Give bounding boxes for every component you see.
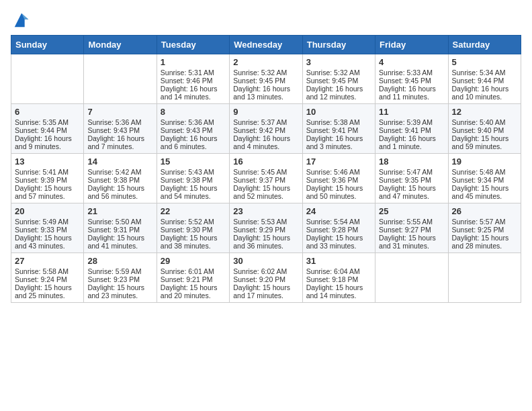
calendar-week-5: 27Sunrise: 5:58 AMSunset: 9:24 PMDayligh… — [11, 253, 521, 303]
sunset-text: Sunset: 9:23 PM — [87, 275, 152, 283]
daylight-text: Daylight: 16 hours and 3 minutes. — [306, 134, 371, 150]
sunset-text: Sunset: 9:27 PM — [379, 226, 444, 234]
daylight-text: Daylight: 15 hours and 17 minutes. — [233, 283, 298, 300]
sunset-text: Sunset: 9:21 PM — [161, 275, 226, 283]
day-number: 29 — [161, 256, 226, 266]
logo-icon — [12, 11, 31, 30]
daylight-text: Daylight: 15 hours and 47 minutes. — [379, 184, 444, 200]
sunrise-text: Sunrise: 5:31 AM — [161, 68, 226, 77]
calendar-cell: 12Sunrise: 5:40 AMSunset: 9:40 PMDayligh… — [448, 104, 521, 154]
day-header-monday: Monday — [84, 36, 157, 54]
daylight-text: Daylight: 15 hours and 43 minutes. — [15, 234, 80, 250]
sunrise-text: Sunrise: 5:43 AM — [161, 168, 226, 176]
day-number: 9 — [233, 107, 298, 117]
calendar-cell: 30Sunrise: 6:02 AMSunset: 9:20 PMDayligh… — [230, 253, 302, 303]
sunrise-text: Sunrise: 5:32 AM — [306, 68, 371, 77]
sunset-text: Sunset: 9:45 PM — [233, 77, 298, 85]
calendar-cell: 20Sunrise: 5:49 AMSunset: 9:33 PMDayligh… — [11, 203, 84, 253]
day-number: 11 — [379, 107, 444, 117]
day-number: 20 — [15, 206, 80, 216]
calendar-cell: 3Sunrise: 5:32 AMSunset: 9:45 PMDaylight… — [302, 54, 375, 104]
daylight-text: Daylight: 16 hours and 4 minutes. — [233, 134, 298, 150]
sunset-text: Sunset: 9:33 PM — [15, 226, 80, 234]
day-number: 15 — [161, 156, 226, 167]
day-number: 3 — [306, 57, 371, 67]
calendar-cell: 9Sunrise: 5:37 AMSunset: 9:42 PMDaylight… — [230, 104, 302, 154]
calendar-cell — [375, 253, 448, 303]
sunset-text: Sunset: 9:41 PM — [379, 126, 444, 134]
day-number: 27 — [15, 256, 80, 266]
sunrise-text: Sunrise: 6:04 AM — [306, 267, 371, 275]
day-number: 22 — [161, 206, 226, 216]
day-number: 12 — [452, 107, 517, 117]
sunrise-text: Sunrise: 5:36 AM — [87, 118, 152, 126]
calendar-cell: 7Sunrise: 5:36 AMSunset: 9:43 PMDaylight… — [84, 104, 157, 154]
daylight-text: Daylight: 15 hours and 50 minutes. — [306, 184, 371, 200]
calendar-week-1: 1Sunrise: 5:31 AMSunset: 9:46 PMDaylight… — [11, 54, 521, 104]
day-number: 21 — [87, 206, 152, 216]
calendar-cell: 14Sunrise: 5:42 AMSunset: 9:38 PMDayligh… — [84, 154, 157, 203]
calendar-cell: 25Sunrise: 5:55 AMSunset: 9:27 PMDayligh… — [375, 203, 448, 253]
calendar-header-row: SundayMondayTuesdayWednesdayThursdayFrid… — [11, 36, 521, 54]
sunset-text: Sunset: 9:44 PM — [15, 126, 80, 134]
calendar-cell: 28Sunrise: 5:59 AMSunset: 9:23 PMDayligh… — [84, 253, 157, 303]
sunrise-text: Sunrise: 5:38 AM — [306, 118, 371, 126]
sunset-text: Sunset: 9:45 PM — [306, 77, 371, 85]
day-number: 14 — [87, 156, 152, 167]
day-number: 6 — [15, 107, 80, 117]
sunrise-text: Sunrise: 5:39 AM — [379, 118, 444, 126]
calendar-table: SundayMondayTuesdayWednesdayThursdayFrid… — [11, 35, 521, 303]
calendar-cell: 8Sunrise: 5:36 AMSunset: 9:43 PMDaylight… — [157, 104, 229, 154]
daylight-text: Daylight: 15 hours and 25 minutes. — [15, 283, 80, 300]
sunset-text: Sunset: 9:39 PM — [15, 176, 80, 184]
sunrise-text: Sunrise: 6:02 AM — [233, 267, 298, 275]
calendar-cell: 22Sunrise: 5:52 AMSunset: 9:30 PMDayligh… — [157, 203, 229, 253]
day-header-sunday: Sunday — [11, 36, 84, 54]
page-header — [11, 11, 521, 30]
calendar-cell: 31Sunrise: 6:04 AMSunset: 9:18 PMDayligh… — [302, 253, 375, 303]
sunrise-text: Sunrise: 5:59 AM — [87, 267, 152, 275]
sunset-text: Sunset: 9:34 PM — [452, 176, 517, 184]
calendar-cell: 13Sunrise: 5:41 AMSunset: 9:39 PMDayligh… — [11, 154, 84, 203]
day-number: 18 — [379, 156, 444, 167]
day-number: 2 — [233, 57, 298, 67]
daylight-text: Daylight: 15 hours and 36 minutes. — [233, 234, 298, 250]
sunset-text: Sunset: 9:40 PM — [452, 126, 517, 134]
daylight-text: Daylight: 15 hours and 54 minutes. — [161, 184, 226, 200]
sunrise-text: Sunrise: 5:35 AM — [15, 118, 80, 126]
calendar-cell: 19Sunrise: 5:48 AMSunset: 9:34 PMDayligh… — [448, 154, 521, 203]
calendar-cell: 6Sunrise: 5:35 AMSunset: 9:44 PMDaylight… — [11, 104, 84, 154]
sunrise-text: Sunrise: 5:36 AM — [161, 118, 226, 126]
sunrise-text: Sunrise: 5:53 AM — [233, 218, 298, 226]
sunset-text: Sunset: 9:38 PM — [161, 176, 226, 184]
day-number: 26 — [452, 206, 517, 216]
sunset-text: Sunset: 9:18 PM — [306, 275, 371, 283]
daylight-text: Daylight: 15 hours and 33 minutes. — [306, 234, 371, 250]
day-number: 23 — [233, 206, 298, 216]
day-number: 24 — [306, 206, 371, 216]
calendar-cell — [11, 54, 84, 104]
sunset-text: Sunset: 9:41 PM — [306, 126, 371, 134]
calendar-cell — [84, 54, 157, 104]
sunrise-text: Sunrise: 5:54 AM — [306, 218, 371, 226]
sunset-text: Sunset: 9:35 PM — [379, 176, 444, 184]
sunrise-text: Sunrise: 5:37 AM — [233, 118, 298, 126]
calendar-cell: 15Sunrise: 5:43 AMSunset: 9:38 PMDayligh… — [157, 154, 229, 203]
sunrise-text: Sunrise: 6:01 AM — [161, 267, 226, 275]
calendar-cell: 17Sunrise: 5:46 AMSunset: 9:36 PMDayligh… — [302, 154, 375, 203]
sunrise-text: Sunrise: 5:52 AM — [161, 218, 226, 226]
day-number: 4 — [379, 57, 444, 67]
sunrise-text: Sunrise: 5:33 AM — [379, 68, 444, 77]
calendar-week-4: 20Sunrise: 5:49 AMSunset: 9:33 PMDayligh… — [11, 203, 521, 253]
sunset-text: Sunset: 9:43 PM — [161, 126, 226, 134]
calendar-cell: 24Sunrise: 5:54 AMSunset: 9:28 PMDayligh… — [302, 203, 375, 253]
sunrise-text: Sunrise: 5:48 AM — [452, 168, 517, 176]
calendar-cell: 27Sunrise: 5:58 AMSunset: 9:24 PMDayligh… — [11, 253, 84, 303]
daylight-text: Daylight: 16 hours and 13 minutes. — [233, 85, 298, 101]
daylight-text: Daylight: 16 hours and 6 minutes. — [161, 134, 226, 150]
daylight-text: Daylight: 15 hours and 14 minutes. — [306, 283, 371, 300]
daylight-text: Daylight: 15 hours and 28 minutes. — [452, 234, 517, 250]
sunrise-text: Sunrise: 5:46 AM — [306, 168, 371, 176]
day-number: 10 — [306, 107, 371, 117]
sunrise-text: Sunrise: 5:40 AM — [452, 118, 517, 126]
